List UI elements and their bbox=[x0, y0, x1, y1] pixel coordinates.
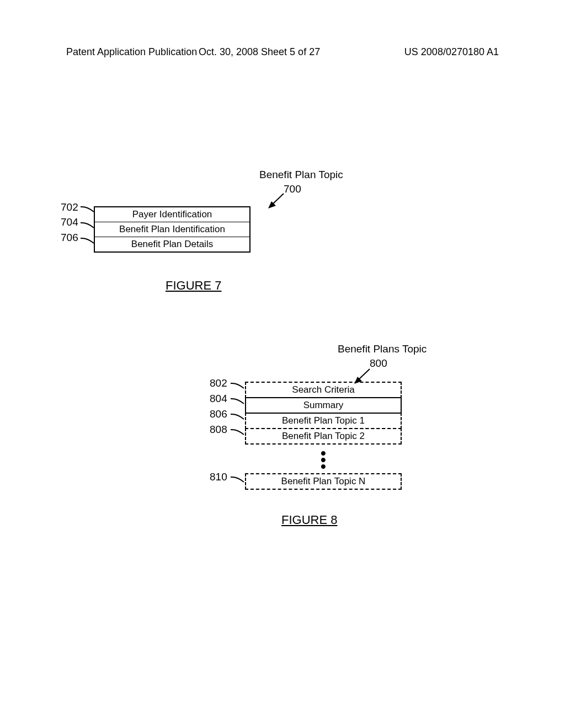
fig7-label-706: 706 bbox=[61, 232, 78, 244]
fig7-title: Benefit Plan Topic bbox=[259, 169, 343, 181]
fig7-row-payer-id: Payer Identification bbox=[95, 207, 249, 222]
lead-line-802 bbox=[230, 381, 246, 390]
lead-line-706 bbox=[79, 235, 96, 245]
fig7-label-704: 704 bbox=[61, 216, 78, 228]
fig8-row-topic-2: Benefit Plan Topic 2 bbox=[245, 428, 402, 445]
header-pubnum: US 2008/0270180 A1 bbox=[404, 46, 499, 58]
lead-line-704 bbox=[79, 220, 96, 230]
fig8-table: Search Criteria Summary Benefit Plan Top… bbox=[245, 383, 402, 490]
header-publication: Patent Application Publication bbox=[66, 46, 197, 58]
fig8-label-810: 810 bbox=[210, 471, 227, 483]
lead-line-804 bbox=[230, 396, 246, 406]
fig8-label-806: 806 bbox=[210, 408, 227, 420]
arrow-icon bbox=[266, 192, 288, 212]
header-date-sheet: Oct. 30, 2008 Sheet 5 of 27 bbox=[199, 46, 320, 58]
fig8-caption: FIGURE 8 bbox=[281, 513, 337, 527]
fig7-table: Payer Identification Benefit Plan Identi… bbox=[94, 206, 250, 253]
fig8-label-804: 804 bbox=[210, 393, 227, 405]
fig7-caption: FIGURE 7 bbox=[166, 279, 221, 293]
fig7-row-benefit-plan-details: Benefit Plan Details bbox=[95, 237, 249, 251]
fig8-row-search-criteria: Search Criteria bbox=[245, 382, 402, 398]
lead-line-810 bbox=[230, 474, 246, 484]
lead-line-808 bbox=[230, 427, 246, 437]
fig8-row-topic-n: Benefit Plan Topic N bbox=[245, 473, 402, 490]
fig8-label-808: 808 bbox=[210, 424, 227, 436]
fig7-row-benefit-plan-id: Benefit Plan Identification bbox=[95, 222, 249, 237]
lead-line-806 bbox=[230, 411, 246, 421]
ellipsis-icon: ••• bbox=[245, 445, 402, 474]
lead-line-702 bbox=[79, 204, 96, 214]
fig8-row-topic-1: Benefit Plan Topic 1 bbox=[245, 413, 402, 429]
fig7-label-702: 702 bbox=[61, 201, 78, 213]
page-header: Patent Application Publication Oct. 30, … bbox=[0, 46, 565, 58]
fig8-title: Benefit Plans Topic bbox=[338, 343, 427, 355]
fig8-row-summary: Summary bbox=[245, 397, 402, 414]
fig8-label-802: 802 bbox=[210, 377, 227, 389]
